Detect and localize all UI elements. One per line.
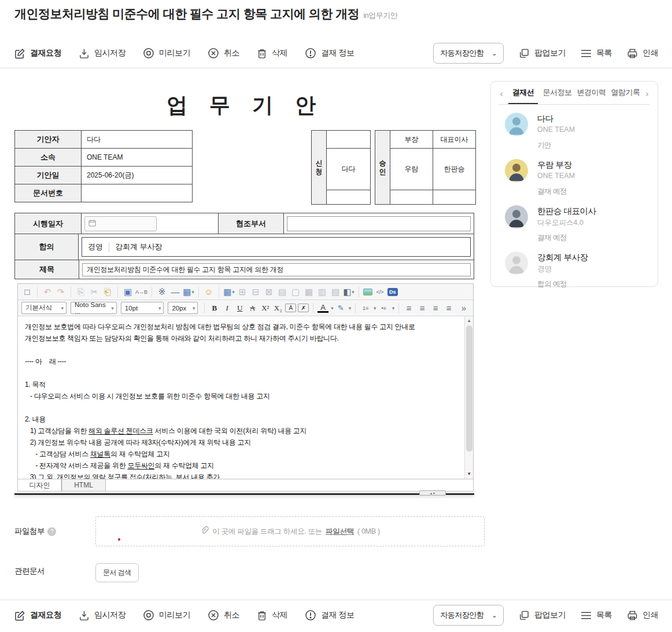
top-divider — [0, 68, 672, 68]
delete-button[interactable]: 삭제 — [257, 610, 287, 621]
chevron-down-icon: ▾ — [191, 289, 194, 295]
horizontal-rule-icon[interactable]: — — [169, 286, 181, 298]
editor-scrollbar[interactable]: ▲ ▼ — [464, 316, 473, 479]
insert-image-icon[interactable] — [363, 289, 372, 295]
scroll-down-icon[interactable]: ▼ — [465, 470, 473, 478]
tab-html[interactable]: HTML — [62, 479, 106, 491]
temp-save-button[interactable]: 임시저장 — [79, 48, 125, 59]
tabs-next-icon[interactable]: › — [643, 88, 652, 98]
scrollbar-thumb[interactable] — [466, 326, 472, 452]
font-size-select[interactable]: 10pt▾ — [121, 302, 164, 314]
avatar-placeholder — [505, 252, 528, 275]
editor-resize-bar: ▲▼ — [14, 493, 474, 495]
approver-item[interactable]: 한판승 대표이사 다우오피스4.0 결재 예정 — [505, 205, 646, 242]
print-button[interactable]: 인쇄 — [627, 48, 658, 59]
bullet-list-icon[interactable]: •≡ — [378, 302, 390, 314]
font-color-icon[interactable]: A — [317, 304, 328, 313]
copy-icon[interactable]: ⎘ — [75, 286, 87, 298]
coop-dept-input[interactable] — [287, 216, 471, 231]
autosave-select[interactable]: 자동저장안함 ⌄ — [433, 43, 504, 64]
file-dropzone[interactable]: 이 곳에 파일을 드래그 하세요. 또는 파일선택 ( 0MB ) — [95, 516, 485, 546]
agreement-value[interactable]: 경영 강회계 부사장 — [82, 237, 471, 257]
emoticon-icon[interactable]: ☺ — [203, 286, 215, 298]
align-justify-icon[interactable]: ≡ — [443, 302, 455, 314]
preview-button[interactable]: 미리보기 — [143, 47, 190, 59]
exec-date-input[interactable] — [84, 216, 157, 231]
fill-color-icon[interactable]: ◧▾ — [343, 286, 355, 298]
line-height-select[interactable]: 20px▾ — [168, 302, 198, 314]
cut-icon[interactable]: ✂ — [88, 286, 100, 298]
approval-info-button[interactable]: 결재 정보 — [305, 47, 354, 59]
list-button[interactable]: 목록 — [581, 48, 612, 58]
autosave-select[interactable]: 자동저장안함 ⌄ — [433, 605, 504, 626]
ordered-list-icon[interactable]: 1≡ — [360, 302, 371, 314]
preview-button[interactable]: 미리보기 — [143, 609, 190, 621]
approve-request-button[interactable]: 결재요청 — [14, 48, 61, 59]
bold-icon[interactable]: B — [209, 304, 220, 313]
tab-design[interactable]: 디자인 — [18, 479, 62, 491]
insert-date-icon[interactable]: ▦▾ — [183, 286, 194, 298]
align-left-icon[interactable]: ≡ — [403, 302, 415, 314]
merge-cells-icon[interactable]: ▦ — [303, 286, 315, 298]
find-replace-icon[interactable]: A→B — [135, 286, 147, 298]
cancel-button[interactable]: 취소 — [208, 47, 239, 59]
rich-text-editor: □ ↶ ↷ ⎘ ✂ ⎗ ▣ A→B ※ — ▦▾ ☺ ▦▾ ⊞ ⊟ ⊠ ▤ ▢ … — [17, 283, 474, 491]
table-properties-icon[interactable]: ▤ — [276, 286, 288, 298]
tab-change-history[interactable]: 변경이력 — [574, 87, 608, 99]
print-button[interactable]: 인쇄 — [627, 610, 658, 621]
character-style-icon[interactable]: A — [285, 304, 296, 312]
popup-view-button[interactable]: 팝업보기 — [519, 48, 566, 59]
code-view-icon[interactable]: </> — [374, 286, 386, 298]
underline-icon[interactable]: U — [234, 304, 245, 313]
tabs-prev-icon[interactable]: ‹ — [497, 88, 506, 98]
daou-editor-icon[interactable]: Ds — [387, 288, 398, 296]
delete-button[interactable]: 삭제 — [257, 48, 287, 59]
align-right-icon[interactable]: ≡ — [430, 302, 441, 314]
new-document-icon[interactable]: □ — [21, 286, 33, 298]
table-col-delete-icon[interactable]: ⊠ — [263, 286, 275, 298]
editor-resize-handle[interactable]: ▲▼ — [419, 490, 446, 496]
undo-icon[interactable]: ↶ — [42, 286, 53, 298]
scroll-up-icon[interactable]: ▲ — [465, 317, 473, 325]
tab-approval-line[interactable]: 결재선 — [506, 87, 540, 99]
font-select[interactable]: Noto Sans ...▾ — [71, 302, 117, 314]
tab-doc-info[interactable]: 문서정보 — [540, 87, 574, 99]
align-center-icon[interactable]: ≡ — [416, 302, 428, 314]
italic-icon[interactable]: I — [221, 304, 232, 313]
approver-item[interactable]: 우람 부장 ONE TEAM 결재 예정 — [505, 159, 646, 196]
table-row-delete-icon[interactable]: ⊟ — [250, 286, 261, 298]
approver-item[interactable]: 다다 ONE TEAM 기안 — [505, 113, 646, 150]
list-button[interactable]: 목록 — [581, 610, 612, 620]
paste-icon[interactable]: ⎗ — [102, 286, 113, 298]
file-select-link[interactable]: 파일선택 — [326, 527, 354, 537]
strikethrough-icon[interactable]: A — [247, 304, 258, 313]
doc-search-button[interactable]: 문서 검색 — [95, 563, 139, 582]
superscript-icon[interactable]: X² — [260, 304, 271, 313]
redo-icon[interactable]: ↷ — [55, 286, 67, 298]
split-cell-vertical-icon[interactable]: ▧ — [330, 286, 341, 298]
highlight-color-icon[interactable]: ✎ — [335, 304, 346, 312]
special-char-icon[interactable]: ※ — [156, 286, 168, 298]
remove-format-icon[interactable]: ✗ — [298, 304, 309, 312]
popup-view-button[interactable]: 팝업보기 — [519, 610, 566, 621]
split-cell-horizontal-icon[interactable]: ▥ — [316, 286, 328, 298]
avatar — [505, 159, 528, 182]
temp-save-button[interactable]: 임시저장 — [79, 610, 125, 621]
table-icon[interactable]: ▦▾ — [223, 286, 235, 298]
cancel-button[interactable]: 취소 — [208, 609, 239, 621]
cell-properties-icon[interactable]: ▢ — [290, 286, 301, 298]
approver-item[interactable]: 강회계 부사장 경영 합의 예정 — [505, 252, 646, 289]
format-select[interactable]: 기본서식▾ — [21, 302, 67, 314]
more-tools-icon[interactable]: » — [458, 302, 470, 314]
approve-request-button[interactable]: 결재요청 — [14, 610, 61, 621]
subscript-icon[interactable]: X₂ — [272, 304, 283, 313]
help-icon[interactable]: ? — [47, 527, 56, 536]
chevron-down-icon: ⌄ — [492, 612, 497, 619]
editor-body[interactable]: 개인정보 보호법에 따라 다우오피스 개인정보처리 방침에 대한 법무팀의 상호… — [18, 316, 473, 479]
tab-view-log[interactable]: 열람기록 — [608, 87, 643, 99]
table-row-insert-icon[interactable]: ⊞ — [237, 286, 248, 298]
approval-info-button[interactable]: 결재 정보 — [305, 609, 354, 621]
select-all-icon[interactable]: ▣ — [122, 286, 134, 298]
status-badge: 합의 예정 — [537, 279, 567, 289]
subject-input[interactable]: 개인정보처리방침 미준수에 대한 필수 고지 항목 고지에 의한 개정 — [82, 263, 471, 276]
